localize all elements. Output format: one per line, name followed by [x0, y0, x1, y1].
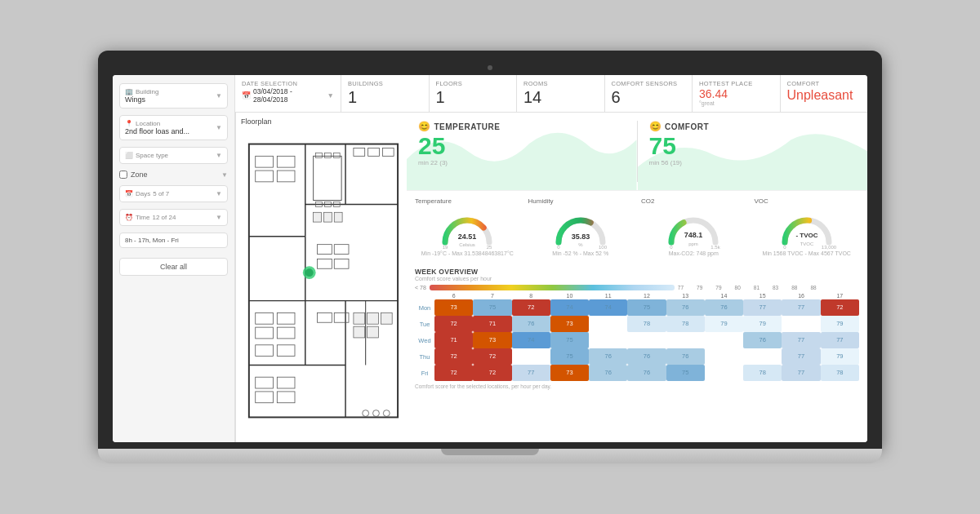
building-label: Building	[136, 88, 158, 95]
heat-cell: 72	[473, 365, 511, 381]
week-title: WEEK OVERVIEW	[415, 268, 859, 276]
svg-rect-37	[256, 345, 274, 357]
svg-point-28	[305, 268, 314, 277]
heat-cell: 77	[782, 332, 820, 348]
temp-label: TEMPERATURE	[434, 122, 501, 131]
co2-sensor-card: CO2	[641, 197, 746, 256]
time-value: 12 of 24	[152, 214, 176, 221]
heat-cell: 77	[782, 299, 820, 316]
date-value-row: 📅 03/04/2018 - 28/04/2018 ▼	[242, 87, 334, 104]
svg-rect-12	[277, 156, 295, 167]
table-row: Tue727176737878797979	[415, 316, 859, 332]
color-scale-row: < 78 77 79 79 80 81 83	[415, 285, 859, 290]
space-type-filter[interactable]: ⬜ Space type ▼	[119, 147, 228, 164]
app: 🏢 Building Wings ▼ 📍 Location 2nd floor …	[113, 75, 867, 442]
zone-check[interactable]	[119, 171, 127, 179]
buildings-value: 1	[348, 87, 422, 107]
voc-sensor-title: VOC	[755, 197, 768, 205]
heat-cell	[589, 332, 627, 348]
date-value: 03/04/2018 - 28/04/2018	[253, 87, 325, 104]
temp-sensor-card: Temperature	[415, 197, 520, 256]
svg-rect-48	[256, 392, 274, 403]
hottest-place-stat: HOTTEST PLACE 36.44 °great	[693, 75, 781, 112]
heat-cell: 76	[589, 348, 627, 365]
svg-text:24.51: 24.51	[458, 233, 477, 241]
co2-gauge: 748.1 ppm 0 1.5k	[665, 208, 722, 249]
zone-checkbox[interactable]: Zone ▼	[119, 171, 228, 179]
calendar-icon: 📅	[242, 91, 251, 100]
days-filter[interactable]: 📅 Days 5 of 7 ▼	[119, 185, 228, 202]
heat-cell: 79	[821, 348, 859, 365]
hour-6: 6	[434, 292, 473, 299]
hour-16: 16	[782, 292, 820, 299]
svg-rect-19	[324, 153, 331, 157]
voc-sensor-card: VOC	[755, 197, 860, 256]
svg-rect-39	[318, 312, 332, 322]
svg-rect-34	[277, 312, 295, 324]
heat-cell	[666, 332, 705, 348]
co2-sensor-title: CO2	[641, 197, 654, 205]
svg-rect-42	[368, 312, 379, 324]
day-label: Fri	[415, 365, 434, 381]
table-row: Fri72727773767675787778	[415, 365, 859, 381]
temp-value: 25	[418, 132, 626, 159]
days-arrow: ▼	[216, 190, 222, 197]
humidity-gauge: 35.83 % 0 100	[552, 208, 609, 249]
svg-rect-30	[334, 245, 349, 255]
date-stat: Date selection 📅 03/04/2018 - 28/04/2018…	[235, 75, 341, 112]
location-filter[interactable]: 📍 Location 2nd floor loas and... ▼	[119, 115, 228, 140]
clear-all-button[interactable]: Clear all	[119, 258, 228, 276]
buildings-label: BUILDINGS	[348, 80, 422, 87]
comfort-stat: COMFORT Unpleasant	[781, 75, 868, 112]
camera-dot	[488, 65, 492, 70]
time-info: 8h - 17h, Mon - Fri	[119, 233, 228, 248]
svg-point-51	[373, 410, 380, 417]
heat-cell	[589, 316, 627, 332]
heat-cell: 71	[434, 332, 473, 348]
temp-gauge-svg: 24.51 Celsius 19 25	[439, 208, 496, 249]
svg-rect-15	[368, 148, 380, 156]
heat-cell: 75	[666, 365, 705, 381]
heat-cell: 74	[550, 299, 589, 316]
svg-rect-33	[256, 312, 274, 324]
rooms-value: 14	[523, 87, 598, 107]
heat-cell	[512, 348, 550, 365]
heat-cell: 75	[473, 299, 511, 316]
date-arrow[interactable]: ▼	[327, 91, 334, 100]
heat-cell: 72	[473, 348, 511, 365]
svg-rect-13	[277, 171, 295, 182]
comfort-icon: 😊	[649, 121, 662, 132]
heat-cell	[705, 365, 743, 381]
heat-cell	[705, 348, 743, 365]
building-filter[interactable]: 🏢 Building Wings ▼	[119, 83, 228, 109]
heat-cell: 78	[627, 316, 666, 332]
stats-bar: Date selection 📅 03/04/2018 - 28/04/2018…	[235, 75, 867, 113]
svg-rect-14	[354, 148, 365, 156]
voc-gauge-svg: - TVOC TVOC 0 13,000	[778, 208, 835, 249]
comfort-sub: min 56 (19)	[649, 159, 857, 166]
location-label: Location	[136, 120, 160, 127]
floorplan-area: Floorplan	[235, 113, 407, 442]
comfort-sensors-label: COMFORT SENSORS	[612, 80, 686, 87]
svg-rect-11	[256, 171, 274, 182]
svg-rect-16	[382, 148, 394, 156]
sensors-row: Temperature	[407, 190, 867, 263]
content-area: Floorplan	[235, 113, 867, 442]
svg-text:1.5k: 1.5k	[711, 245, 721, 250]
co2-minmax: Max-CO2: 748 ppm	[669, 250, 719, 256]
comfort-value: 75	[649, 132, 857, 159]
time-label: Time	[136, 214, 149, 221]
heat-cell: 76	[512, 316, 550, 332]
svg-rect-41	[354, 312, 365, 324]
comfort-sensors-stat: COMFORT SENSORS 6	[605, 75, 693, 112]
space-arrow: ▼	[216, 152, 222, 159]
time-arrow: ▼	[216, 214, 222, 221]
day-label: Mon	[415, 299, 434, 316]
heatmap-body: Mon7375727474757676777772Tue727176737878…	[415, 299, 859, 381]
heat-cell: 76	[743, 332, 782, 348]
time-filter[interactable]: ⏰ Time 12 of 24 ▼	[119, 209, 228, 226]
heat-cell: 78	[666, 316, 705, 332]
svg-text:ppm: ppm	[688, 241, 698, 246]
heat-cell	[705, 332, 743, 348]
svg-rect-38	[277, 345, 295, 357]
